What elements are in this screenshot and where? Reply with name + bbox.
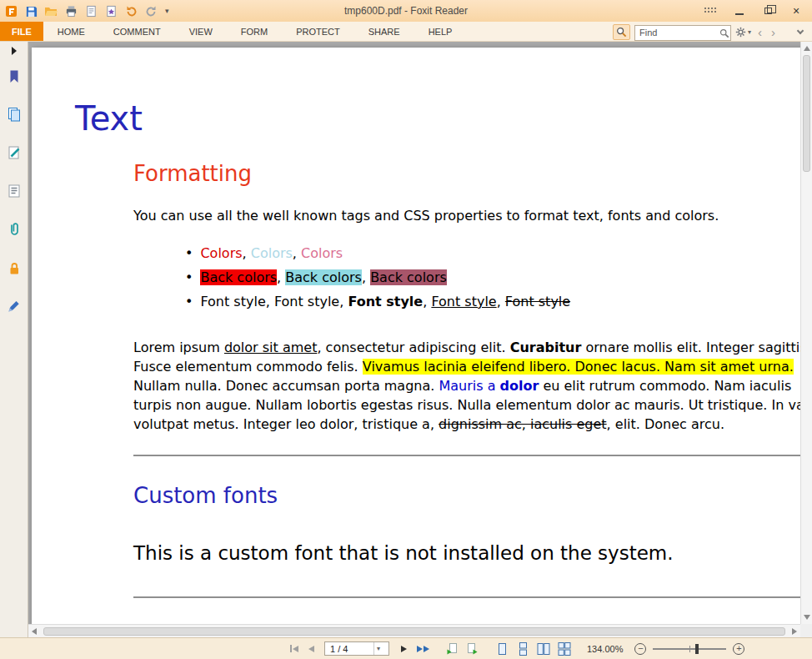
zoom-out-icon[interactable]: − — [634, 643, 646, 655]
restore-icon[interactable] — [754, 2, 782, 20]
security-icon[interactable] — [5, 259, 23, 277]
attachments-icon[interactable] — [5, 220, 23, 239]
tab-form[interactable]: FORM — [227, 22, 282, 41]
layers-icon[interactable] — [5, 182, 23, 200]
document-viewport[interactable]: Text Formatting You can use all the well… — [28, 42, 800, 624]
scroll-left-icon[interactable] — [32, 628, 37, 635]
zoom-percentage: 134.00% — [587, 644, 623, 654]
gear-icon — [735, 27, 746, 38]
minimize-icon[interactable] — [725, 2, 754, 20]
window-controls: × — [697, 0, 810, 22]
find-next-icon[interactable]: › — [769, 24, 778, 40]
view-facing-icon[interactable] — [537, 642, 550, 656]
scan-document-icon[interactable] — [103, 3, 118, 18]
close-icon[interactable]: × — [782, 2, 810, 20]
previous-view-icon[interactable] — [446, 642, 459, 655]
page-number-box: ▾ — [324, 641, 389, 656]
comments-icon[interactable] — [5, 143, 23, 162]
find-options-button[interactable]: ▾ — [735, 27, 751, 38]
last-page-icon[interactable] — [417, 646, 429, 652]
status-controls: ▾ 134.00% − — [290, 638, 807, 659]
tab-file[interactable]: FILE — [0, 22, 43, 41]
lorem-line: Fusce elementum commodo felis. Vivamus l… — [133, 357, 800, 376]
scroll-right-icon[interactable] — [792, 628, 797, 635]
signature-icon[interactable] — [5, 297, 23, 315]
view-single-icon[interactable] — [495, 642, 509, 656]
back-colors-list-item: •Back colors, Back colors, Back colors — [133, 265, 570, 289]
bookmarks-icon[interactable] — [5, 67, 23, 85]
print-icon[interactable] — [63, 3, 78, 18]
font-style-list-item: •Font style, Font style, Font style, Fon… — [133, 289, 570, 314]
next-view-icon[interactable] — [466, 642, 479, 655]
window-title: tmp600D.pdf - Foxit Reader — [344, 0, 468, 22]
redo-icon[interactable] — [143, 3, 158, 18]
lorem-line: Nullam nulla. Donec accumsan porta magna… — [133, 376, 800, 395]
ribbon-tab-bar: FILE HOME COMMENT VIEW FORM PROTECT SHAR… — [0, 22, 812, 42]
vertical-scrollbar[interactable] — [800, 42, 812, 624]
first-page-icon[interactable] — [290, 645, 298, 652]
tab-help[interactable]: HELP — [414, 22, 467, 41]
doc-custom-font-paragraph: This is a custom font that is not instal… — [133, 541, 674, 565]
bullet-icon: • — [185, 269, 193, 285]
bullet-icon: • — [185, 294, 193, 309]
horizontal-rule — [133, 596, 800, 598]
find-previous-icon[interactable]: ‹ — [755, 24, 764, 40]
scrollbar-corner — [800, 624, 812, 637]
collapse-ribbon-icon[interactable] — [794, 31, 807, 33]
vertical-scroll-thumb[interactable] — [803, 55, 810, 172]
view-continuous-icon[interactable] — [516, 642, 529, 656]
quick-access-toolbar: ▾ — [0, 3, 171, 18]
tab-share[interactable]: SHARE — [354, 22, 414, 41]
lorem-line: turpis non augue. Nullam lobortis egesta… — [133, 395, 800, 415]
zoom-slider-tick — [689, 646, 690, 652]
find-input[interactable] — [634, 25, 731, 41]
search-icon[interactable] — [719, 27, 729, 42]
find-button[interactable] — [613, 24, 630, 40]
status-bar: ▾ 134.00% − — [0, 637, 812, 659]
view-continuous-facing-icon[interactable] — [558, 642, 571, 656]
scroll-up-icon[interactable] — [804, 46, 810, 51]
colors-list-item: •Colors, Colors, Colors — [133, 241, 570, 265]
expand-panel-arrow-icon[interactable] — [12, 47, 17, 55]
lorem-paragraph: Lorem ipsum dolor sit amet, consectetur … — [133, 338, 800, 434]
tab-home[interactable]: HOME — [43, 22, 99, 41]
foxit-reader-window: ▾ tmp600D.pdf - Foxit Reader × FILE HOME… — [0, 0, 812, 659]
doc-bullet-list: •Colors, Colors, Colors •Back colors, Ba… — [133, 241, 570, 314]
doc-custom-fonts-heading: Custom fonts — [133, 483, 278, 508]
grid-icon[interactable] — [697, 2, 725, 20]
qat-customize-caret-icon[interactable]: ▾ — [163, 7, 171, 15]
doc-formatting-heading: Formatting — [133, 161, 252, 186]
lorem-line: volutpat metus. Integer leo dolor, trist… — [133, 415, 800, 434]
pdf-page: Text Formatting You can use all the well… — [32, 48, 800, 624]
tab-comment[interactable]: COMMENT — [99, 22, 175, 41]
zoom-in-icon[interactable]: + — [733, 643, 744, 655]
save-icon[interactable] — [23, 3, 38, 18]
page-dropdown-caret-icon[interactable]: ▾ — [373, 642, 383, 655]
zoom-slider-handle[interactable] — [695, 644, 699, 654]
tab-protect[interactable]: PROTECT — [282, 22, 354, 41]
find-bar: ▾ ‹ › — [613, 24, 807, 40]
scroll-down-icon[interactable] — [804, 615, 810, 620]
find-input-wrap — [634, 24, 731, 40]
pages-icon[interactable] — [5, 105, 23, 123]
open-folder-icon[interactable] — [43, 3, 58, 18]
zoom-slider[interactable] — [653, 643, 726, 655]
horizontal-scrollbar[interactable] — [28, 624, 800, 637]
doc-title-heading: Text — [75, 100, 143, 137]
horizontal-scroll-thumb[interactable] — [43, 627, 785, 636]
previous-page-icon[interactable] — [308, 646, 314, 652]
doc-intro-paragraph: You can use all the well known tags and … — [133, 208, 719, 224]
app-icon[interactable] — [3, 3, 18, 18]
undo-icon[interactable] — [123, 3, 138, 18]
bullet-icon: • — [185, 245, 193, 261]
navigation-panel-bar — [0, 42, 28, 637]
page-number-input[interactable] — [330, 644, 373, 654]
titlebar: ▾ tmp600D.pdf - Foxit Reader × — [0, 0, 812, 22]
tab-view[interactable]: VIEW — [175, 22, 227, 41]
email-document-icon[interactable] — [83, 3, 98, 18]
horizontal-rule — [133, 455, 800, 456]
next-page-icon[interactable] — [401, 646, 407, 652]
lorem-line: Lorem ipsum dolor sit amet, consectetur … — [133, 338, 800, 357]
